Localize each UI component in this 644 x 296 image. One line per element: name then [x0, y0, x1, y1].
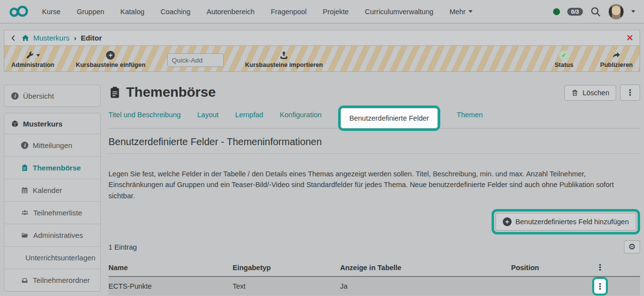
table-row: ECTS-Punkte Text Ja ⋮: [108, 277, 640, 296]
nav-item-katalog[interactable]: Katalog: [120, 8, 144, 16]
column-header-name[interactable]: Name: [108, 264, 233, 272]
openolat-course-editor: Kurse Gruppen Katalog Coaching Autorenbe…: [0, 0, 644, 296]
nav-item-autorenbereich[interactable]: Autorenbereich: [207, 8, 255, 16]
tab-konfiguration[interactable]: Konfiguration: [280, 111, 322, 119]
sidebar-item-mitteilungen[interactable]: i Mitteilungen: [4, 134, 100, 156]
annotation-highlight-ring: Benutzerdefinierte Felder: [338, 106, 440, 131]
quick-add-input[interactable]: [167, 53, 224, 67]
tab-titel-und-beschreibung[interactable]: Titel und Beschreibung: [108, 111, 181, 119]
home-icon: [21, 34, 29, 42]
column-header-position[interactable]: Position: [511, 264, 589, 272]
sidebar-item-administratives[interactable]: Administratives: [4, 224, 100, 246]
publish-arrow-icon: [612, 51, 621, 60]
editor-frame: Musterkurs › Editor ✕ Administration +: [4, 30, 640, 72]
add-field-row: + Benutzerdefiniertes Feld hinzufügen: [108, 209, 640, 234]
publish-button[interactable]: Publizieren: [600, 50, 633, 68]
add-custom-field-button[interactable]: + Benutzerdefiniertes Feld hinzufügen: [495, 213, 636, 231]
gear-icon: ⚙: [628, 243, 636, 251]
administration-label: Administration: [11, 62, 54, 68]
tab-layout[interactable]: Layout: [197, 111, 219, 119]
table-meta-row: 1 Eintrag ⚙: [108, 240, 640, 254]
sidebar-item-uebersicht[interactable]: i Übersicht: [4, 85, 100, 106]
administration-button[interactable]: Administration: [11, 50, 54, 68]
sidebar-item-teilnehmerliste[interactable]: Teilnehmerliste: [4, 201, 100, 224]
sidebar-item-label: Teilnehmerordner: [33, 276, 90, 284]
info-circle-icon: i: [11, 92, 19, 100]
breadcrumb-course-label: Musterkurs: [33, 34, 69, 42]
overview-box: i Übersicht: [4, 85, 101, 107]
breadcrumb-course-link[interactable]: Musterkurs: [21, 34, 69, 42]
title-more-options-button[interactable]: ⋮: [620, 85, 640, 101]
column-header-eingabetyp[interactable]: Eingabetyp: [233, 264, 340, 272]
nav-mehr-label: Mehr: [450, 8, 466, 16]
back-chevron-icon[interactable]: [10, 35, 17, 42]
openolat-logo-icon[interactable]: [9, 5, 28, 18]
kebab-icon: ⋮: [596, 263, 604, 272]
presence-status-icon[interactable]: [553, 8, 560, 15]
close-editor-icon[interactable]: ✕: [626, 33, 634, 42]
delete-button[interactable]: Löschen: [564, 85, 616, 101]
infinity-icon: [9, 5, 28, 18]
breadcrumb: Musterkurs › Editor ✕: [4, 30, 640, 45]
add-custom-field-label: Benutzerdefiniertes Feld hinzufügen: [515, 218, 629, 226]
trash-icon: [571, 89, 579, 97]
sidebar-item-label: Mitteilungen: [33, 141, 72, 149]
nav-item-coaching[interactable]: Coaching: [161, 8, 191, 16]
editor-body: i Übersicht Musterkurs i Mitteilungen: [4, 72, 640, 296]
editor-toolbar: Administration + Kursbausteine einfügen: [4, 45, 640, 72]
clipboard-icon: [108, 85, 121, 99]
column-header-anzeige[interactable]: Anzeige in Tabelle: [340, 264, 511, 272]
tab-lernpfad[interactable]: Lernpfad: [235, 111, 263, 119]
search-icon[interactable]: [590, 6, 601, 17]
cell-anzeige: Ja: [340, 282, 511, 290]
row-actions-button[interactable]: ⋮: [596, 282, 604, 291]
cube-icon: [11, 120, 19, 127]
sidebar-item-musterkurs[interactable]: Musterkurs: [4, 113, 100, 134]
import-label: Kursbausteine importieren: [245, 62, 323, 68]
sidebar-item-label: Kalender: [33, 186, 62, 194]
nav-item-fragenpool[interactable]: Fragenpool: [271, 8, 306, 16]
plus-circle-icon: +: [503, 217, 512, 226]
sidebar-item-kalender[interactable]: Kalender: [4, 179, 100, 201]
annotation-highlight-ring: ⋮: [592, 277, 608, 296]
cell-eingabetyp: Text: [233, 282, 340, 290]
nav-item-gruppen[interactable]: Gruppen: [77, 8, 104, 16]
table-settings-button[interactable]: ⚙: [624, 240, 640, 254]
sidebar-item-label: Themenbörse: [33, 164, 81, 172]
publish-label: Publizieren: [600, 62, 633, 68]
session-counter-badge[interactable]: 0/3: [567, 8, 583, 16]
title-row: Themenbörse Löschen: [108, 85, 640, 101]
insert-course-element-button[interactable]: + Kursbausteine einfügen: [76, 50, 145, 68]
sidebar-item-themenboerse[interactable]: Themenbörse: [4, 156, 100, 179]
chevron-down-icon: [469, 10, 472, 13]
sidebar-overview-label: Übersicht: [23, 92, 54, 100]
user-menu-chevron-icon[interactable]: [631, 10, 635, 13]
nav-item-projekte[interactable]: Projekte: [322, 8, 348, 16]
section-description: Legen Sie fest, welche Felder in der Tab…: [108, 169, 640, 201]
nav-item-kurse[interactable]: Kurse: [42, 8, 61, 16]
row-actions-wrap: ⋮: [589, 277, 611, 296]
user-avatar[interactable]: [608, 4, 624, 20]
sidebar-item-teilnehmerordner[interactable]: Teilnehmerordner: [4, 269, 100, 291]
nav-item-curriculumverwaltung[interactable]: Curriculumverwaltung: [365, 8, 433, 16]
title-actions: Löschen ⋮: [564, 85, 640, 101]
course-tree-box: Musterkurs i Mitteilungen Themenbörse: [4, 113, 101, 292]
kebab-icon: ⋮: [596, 281, 604, 291]
nav-item-mehr[interactable]: Mehr: [450, 8, 472, 16]
cell-name: ECTS-Punkte: [108, 282, 233, 290]
sidebar-item-unterrichtsunterlagen[interactable]: Unterrichtsunterlagen: [4, 246, 100, 269]
top-navbar: Kurse Gruppen Katalog Coaching Autorenbe…: [0, 0, 644, 23]
quick-add-wrap: [167, 53, 224, 67]
status-button[interactable]: ✓ Status: [549, 50, 579, 68]
table-header-row: Name Eingabetyp Anzeige in Tabelle Posit…: [108, 260, 640, 277]
wrench-icon: [26, 51, 34, 60]
status-check-icon: ✓: [559, 50, 569, 60]
tab-benutzerdefinierte-felder[interactable]: Benutzerdefinierte Felder: [341, 108, 438, 128]
tab-bar: Titel und Beschreibung Layout Lernpfad K…: [108, 102, 640, 128]
column-options-button[interactable]: ⋮: [589, 263, 611, 272]
tab-themen[interactable]: Themen: [457, 111, 483, 119]
import-course-elements-button[interactable]: Kursbausteine importieren: [245, 50, 323, 68]
sidebar-item-label: Teilnehmerliste: [33, 209, 82, 217]
main-nav: Kurse Gruppen Katalog Coaching Autorenbe…: [42, 8, 472, 16]
chevron-down-icon: [36, 54, 40, 57]
